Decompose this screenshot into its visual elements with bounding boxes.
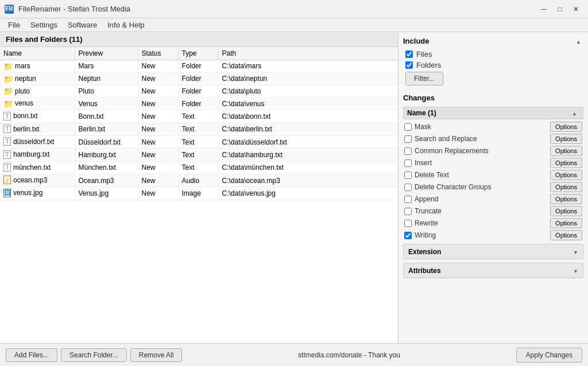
cell-path: C:\data\berlin.txt bbox=[218, 123, 398, 135]
change-left-5: Delete Character Groups bbox=[404, 183, 491, 191]
change-left-9: Writing bbox=[404, 231, 436, 239]
table-row[interactable]: Tberlin.txt Berlin.txt New Text C:\data\… bbox=[0, 123, 398, 135]
cell-preview: Venus bbox=[75, 98, 138, 110]
cell-type: Folder bbox=[178, 60, 218, 73]
extension-section[interactable]: Extension bbox=[403, 244, 583, 259]
minimize-button[interactable]: ─ bbox=[536, 3, 551, 15]
cell-status: New bbox=[138, 72, 178, 85]
change-label-5: Delete Character Groups bbox=[415, 183, 491, 191]
status-text: sttmedia.com/donate - Thank you bbox=[298, 351, 400, 359]
maximize-button[interactable]: □ bbox=[552, 3, 567, 15]
include-header: Include bbox=[403, 37, 583, 46]
table-row[interactable]: Tdüsseldorf.txt Düsseldorf.txt New Text … bbox=[0, 135, 398, 148]
options-button-5[interactable]: Options bbox=[550, 182, 582, 192]
change-label-4: Delete Text bbox=[415, 171, 449, 179]
cell-status: New bbox=[138, 85, 178, 98]
change-row: Rewrite Options bbox=[403, 218, 583, 228]
options-button-4[interactable]: Options bbox=[550, 170, 582, 180]
options-button-6[interactable]: Options bbox=[550, 194, 582, 204]
cell-type: Text bbox=[178, 110, 218, 123]
name-subsection-title: Name (1) bbox=[407, 109, 436, 117]
change-left-1: Search and Replace bbox=[404, 135, 477, 143]
table-row[interactable]: Tbonn.txt Bonn.txt New Text C:\data\bonn… bbox=[0, 110, 398, 123]
cell-type: Text bbox=[178, 149, 218, 161]
folders-checkbox[interactable] bbox=[405, 61, 413, 69]
cell-name: ♪ocean.mp3 bbox=[0, 174, 75, 186]
search-folder-button[interactable]: Search Folder... bbox=[61, 348, 127, 362]
files-checkbox[interactable] bbox=[405, 50, 413, 58]
options-button-2[interactable]: Options bbox=[550, 146, 582, 156]
options-button-0[interactable]: Options bbox=[550, 122, 582, 132]
cell-path: C:\data\münchen.txt bbox=[218, 161, 398, 174]
menu-software[interactable]: Software bbox=[63, 20, 102, 30]
options-button-9[interactable]: Options bbox=[550, 230, 582, 240]
change-checkbox-7[interactable] bbox=[404, 208, 412, 215]
change-label-7: Truncate bbox=[415, 207, 442, 215]
app-title: FileRenamer - Stefan Trost Media bbox=[18, 5, 130, 13]
options-button-8[interactable]: Options bbox=[550, 218, 582, 228]
remove-all-button[interactable]: Remove All bbox=[130, 348, 183, 362]
add-files-button[interactable]: Add Files... bbox=[6, 348, 57, 362]
changes-title: Changes bbox=[403, 94, 435, 102]
text-file-icon: T bbox=[3, 137, 11, 146]
cell-path: C:\data\neptun bbox=[218, 72, 398, 85]
col-header-path: Path bbox=[218, 47, 398, 60]
menu-file[interactable]: File bbox=[3, 20, 25, 30]
table-row[interactable]: ♪ocean.mp3 Ocean.mp3 New Audio C:\data\o… bbox=[0, 174, 398, 186]
title-bar: FR FileRenamer - Stefan Trost Media ─ □ … bbox=[0, 0, 588, 18]
close-button[interactable]: ✕ bbox=[568, 3, 583, 15]
cell-preview: Neptun bbox=[75, 72, 138, 85]
table-row[interactable]: Tmünchen.txt München.txt New Text C:\dat… bbox=[0, 161, 398, 174]
right-panel: Include Files Folders Filter... Changes … bbox=[399, 32, 588, 343]
table-row[interactable]: Thamburg.txt Hamburg.txt New Text C:\dat… bbox=[0, 149, 398, 161]
extension-label: Extension bbox=[408, 248, 441, 256]
file-table[interactable]: Name Preview Status Type Path 📁mars Mars… bbox=[0, 47, 398, 343]
change-checkbox-2[interactable] bbox=[404, 147, 412, 155]
cell-status: New bbox=[138, 98, 178, 110]
cell-type: Folder bbox=[178, 85, 218, 98]
name-subsection-header[interactable]: Name (1) bbox=[403, 107, 583, 119]
filter-button[interactable]: Filter... bbox=[405, 72, 443, 85]
menu-settings[interactable]: Settings bbox=[26, 20, 62, 30]
cell-preview: Venus.jpg bbox=[75, 187, 138, 200]
image-file-icon: 🖼 bbox=[3, 189, 11, 197]
text-file-icon: T bbox=[3, 163, 11, 172]
change-checkbox-8[interactable] bbox=[404, 220, 412, 227]
change-left-6: Append bbox=[404, 195, 438, 203]
cell-type: Text bbox=[178, 161, 218, 174]
changes-section: Changes Name (1) Mask Options Search and… bbox=[403, 94, 583, 282]
table-row[interactable]: 📁mars Mars New Folder C:\data\mars bbox=[0, 60, 398, 73]
options-button-7[interactable]: Options bbox=[550, 206, 582, 216]
change-row: Common Replacements Options bbox=[403, 146, 583, 156]
change-checkbox-0[interactable] bbox=[404, 123, 412, 131]
menu-info-help[interactable]: Info & Help bbox=[103, 20, 149, 30]
name-collapse-btn[interactable] bbox=[570, 109, 579, 117]
change-label-0: Mask bbox=[415, 123, 431, 131]
text-file-icon: T bbox=[3, 112, 11, 120]
cell-type: Text bbox=[178, 135, 218, 148]
change-left-2: Common Replacements bbox=[404, 147, 489, 155]
table-row[interactable]: 📁neptun Neptun New Folder C:\data\neptun bbox=[0, 72, 398, 85]
main-content: Files and Folders (11) Name Preview Stat… bbox=[0, 32, 588, 343]
options-button-1[interactable]: Options bbox=[550, 134, 582, 144]
table-row[interactable]: 📁venus Venus New Folder C:\data\venus bbox=[0, 98, 398, 110]
change-label-9: Writing bbox=[415, 231, 436, 239]
change-checkbox-4[interactable] bbox=[404, 172, 412, 179]
folders-label: Folders bbox=[416, 61, 441, 69]
change-checkbox-1[interactable] bbox=[404, 135, 412, 143]
table-row[interactable]: 📁pluto Pluto New Folder C:\data\pluto bbox=[0, 85, 398, 98]
col-header-preview: Preview bbox=[75, 47, 138, 60]
cell-status: New bbox=[138, 174, 178, 186]
table-row[interactable]: 🖼venus.jpg Venus.jpg New Image C:\data\v… bbox=[0, 187, 398, 200]
options-button-3[interactable]: Options bbox=[550, 158, 582, 168]
change-checkbox-6[interactable] bbox=[404, 196, 412, 203]
change-checkbox-9[interactable] bbox=[404, 232, 412, 239]
folder-icon: 📁 bbox=[3, 99, 13, 107]
include-collapse-btn[interactable] bbox=[574, 37, 583, 45]
cell-path: C:\data\mars bbox=[218, 60, 398, 73]
bottom-bar: Add Files... Search Folder... Remove All… bbox=[0, 343, 588, 366]
apply-changes-button[interactable]: Apply Changes bbox=[516, 348, 582, 363]
attributes-section[interactable]: Attributes bbox=[403, 263, 583, 278]
change-checkbox-3[interactable] bbox=[404, 159, 412, 167]
change-checkbox-5[interactable] bbox=[404, 184, 412, 191]
